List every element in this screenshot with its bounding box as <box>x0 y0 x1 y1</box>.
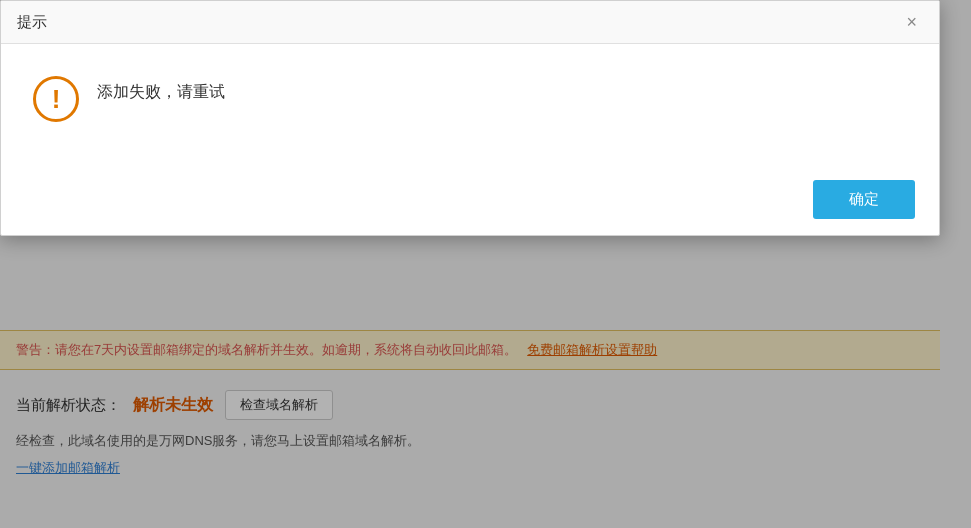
dialog-message: 添加失败，请重试 <box>97 74 225 103</box>
dialog-body: ! 添加失败，请重试 <box>1 44 939 164</box>
dialog-header: 提示 × <box>1 1 939 44</box>
dialog-close-button[interactable]: × <box>900 11 923 33</box>
dialog-title: 提示 <box>17 13 47 32</box>
dialog-footer: 确定 <box>1 164 939 235</box>
confirm-button[interactable]: 确定 <box>813 180 915 219</box>
warning-circle-icon: ! <box>33 76 79 122</box>
dialog: 提示 × ! 添加失败，请重试 确定 <box>0 0 940 236</box>
dialog-icon: ! <box>31 74 81 124</box>
